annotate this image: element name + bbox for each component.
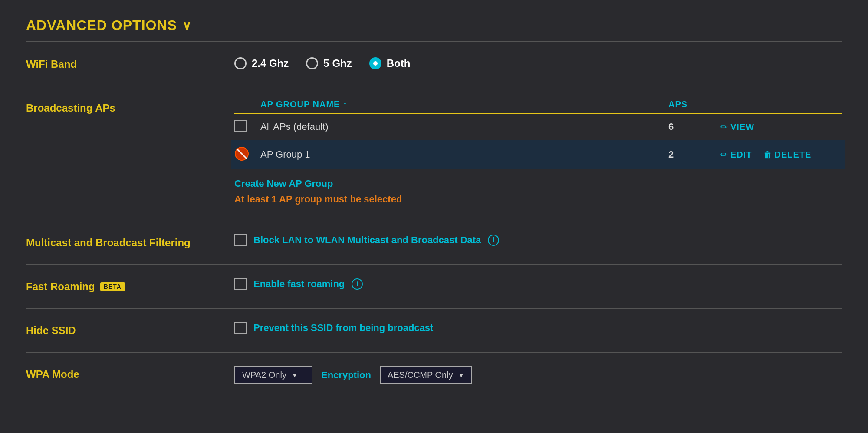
fast-roaming-row: Fast Roaming BETA Enable fast roaming i [26, 278, 842, 293]
beta-badge: BETA [100, 282, 125, 291]
radio-label-2.4ghz: 2.4 Ghz [252, 57, 289, 69]
ap-col-check-header [234, 99, 260, 109]
wpa-mode-selected: WPA2 Only [242, 370, 286, 380]
radio-circle-2.4ghz[interactable] [234, 57, 247, 69]
multicast-row: Multicast and Broadcast Filtering Block … [26, 234, 842, 249]
view-button-all-aps[interactable]: ✏ VIEW [720, 122, 754, 132]
encryption-label: Encryption [321, 370, 371, 381]
encryption-selected: AES/CCMP Only [388, 370, 453, 380]
ap-row-all-aps-name: All APs (default) [260, 121, 668, 132]
radio-circle-5ghz[interactable] [306, 57, 318, 69]
hide-ssid-row: Hide SSID Prevent this SSID from being b… [26, 322, 842, 337]
trash-icon-delete: 🗑 [763, 150, 772, 160]
delete-label: DELETE [775, 150, 812, 160]
hide-ssid-content: Prevent this SSID from being broadcast [234, 322, 842, 334]
fast-roaming-label-container: Fast Roaming BETA [26, 278, 234, 293]
fast-roaming-checkbox-label: Enable fast roaming [253, 278, 345, 290]
ap-row-all-aps: All APs (default) 6 ✏ VIEW [234, 114, 842, 140]
wpa-mode-row: WPA Mode WPA2 Only ▼ Encryption AES/CCMP… [26, 366, 842, 384]
fast-roaming-label-text: Fast Roaming [26, 281, 95, 293]
radio-option-5ghz[interactable]: 5 Ghz [306, 57, 352, 69]
wifi-band-options: 2.4 Ghz 5 Ghz Both [234, 56, 842, 69]
radio-circle-both[interactable] [369, 57, 381, 69]
advanced-options-title: ADVANCED OPTIONS [26, 17, 177, 33]
ap-col-actions-header [720, 99, 842, 109]
ap-row-all-aps-count: 6 [668, 121, 720, 132]
ap-row-group1: AP Group 1 2 ✏ EDIT 🗑 DELETE [231, 140, 845, 169]
multicast-checkbox[interactable] [234, 234, 247, 246]
fast-roaming-checkbox-row: Enable fast roaming i [234, 278, 842, 290]
wpa-mode-content: WPA2 Only ▼ Encryption AES/CCMP Only ▼ [234, 366, 842, 384]
radio-option-both[interactable]: Both [369, 57, 411, 69]
ap-table-header: AP GROUP NAME ↑ APS [234, 99, 842, 114]
hide-ssid-checkbox-row: Prevent this SSID from being broadcast [234, 322, 842, 334]
multicast-checkbox-row: Block LAN to WLAN Multicast and Broadcas… [234, 234, 842, 246]
radio-label-both: Both [387, 57, 411, 69]
pencil-icon-edit: ✏ [720, 149, 728, 160]
ap-row-group1-icon[interactable] [234, 146, 260, 163]
ap-row-all-aps-check[interactable] [234, 120, 260, 134]
encryption-chevron: ▼ [458, 372, 464, 379]
hide-ssid-label: Hide SSID [26, 322, 234, 337]
broadcasting-aps-label: Broadcasting APs [26, 99, 234, 114]
wifi-band-row: WiFi Band 2.4 Ghz 5 Ghz Both [26, 56, 842, 70]
encryption-select[interactable]: AES/CCMP Only ▼ [380, 366, 472, 384]
pencil-icon-view: ✏ [720, 122, 728, 132]
fast-roaming-content: Enable fast roaming i [234, 278, 842, 290]
multicast-checkbox-label: Block LAN to WLAN Multicast and Broadcas… [253, 235, 481, 246]
ap-row-group1-count: 2 [668, 149, 720, 160]
ap-row-group1-name: AP Group 1 [260, 149, 668, 160]
view-label: VIEW [730, 122, 754, 132]
hide-ssid-checkbox[interactable] [234, 322, 247, 334]
chevron-down-icon: ∨ [182, 18, 191, 33]
fast-roaming-info-icon[interactable]: i [352, 278, 363, 290]
broadcasting-aps-row: Broadcasting APs AP GROUP NAME ↑ APS All… [26, 99, 842, 205]
edit-label: EDIT [730, 150, 752, 160]
no-sign-icon [234, 146, 249, 161]
radio-label-5ghz: 5 Ghz [323, 57, 352, 69]
ap-row-group1-actions: ✏ EDIT 🗑 DELETE [720, 149, 842, 160]
wpa-mode-chevron: ▼ [292, 372, 298, 379]
ap-col-name-header: AP GROUP NAME ↑ [260, 99, 668, 109]
multicast-info-icon[interactable]: i [488, 235, 499, 246]
create-link-container: Create New AP Group At least 1 AP group … [234, 178, 842, 205]
multicast-content: Block LAN to WLAN Multicast and Broadcas… [234, 234, 842, 246]
wpa-mode-label: WPA Mode [26, 366, 234, 380]
info-icon-text: i [493, 236, 494, 244]
fast-roaming-checkbox[interactable] [234, 278, 247, 290]
wpa-selects-row: WPA2 Only ▼ Encryption AES/CCMP Only ▼ [234, 366, 842, 384]
checkbox-all-aps[interactable] [234, 120, 247, 132]
wpa-mode-select[interactable]: WPA2 Only ▼ [234, 366, 312, 384]
advanced-options-header[interactable]: ADVANCED OPTIONS ∨ [26, 17, 842, 42]
page-container: ADVANCED OPTIONS ∨ WiFi Band 2.4 Ghz 5 G… [0, 0, 868, 433]
ap-row-all-aps-actions: ✏ VIEW [720, 122, 842, 132]
multicast-label: Multicast and Broadcast Filtering [26, 234, 234, 249]
ap-col-aps-header: APS [668, 99, 720, 109]
delete-button-group1[interactable]: 🗑 DELETE [763, 150, 812, 160]
hide-ssid-checkbox-label: Prevent this SSID from being broadcast [253, 322, 433, 334]
fast-roaming-info-text: i [356, 280, 358, 288]
wifi-band-label: WiFi Band [26, 56, 234, 70]
edit-button-group1[interactable]: ✏ EDIT [720, 149, 752, 160]
radio-option-2.4ghz[interactable]: 2.4 Ghz [234, 57, 289, 69]
ap-warning-text: At least 1 AP group must be selected [234, 194, 842, 205]
create-new-ap-group-link[interactable]: Create New AP Group [234, 178, 842, 189]
ap-table-container: AP GROUP NAME ↑ APS All APs (default) 6 … [234, 99, 842, 205]
